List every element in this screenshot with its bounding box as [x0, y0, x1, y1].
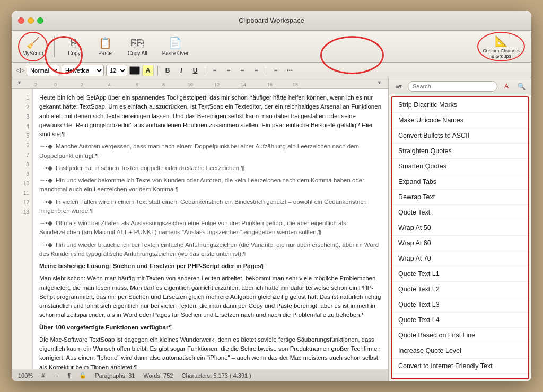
para-10: Über 100 vorgefertigte Funktionen verfüg…	[39, 323, 382, 332]
line-num-3: 3	[12, 112, 32, 122]
format-arrows[interactable]: ◁▷	[16, 67, 24, 74]
formatbar: ◁▷ Normal Helvetica 12 A B I U ≡ ≡ ≡ ≡ ≡…	[12, 63, 531, 78]
paste-label: Paste	[98, 50, 112, 56]
line-num-12: 12	[12, 198, 32, 208]
zoom-level: 100%	[18, 372, 33, 379]
bold-button[interactable]: B	[162, 65, 173, 76]
editor-area: ▼ -2 0 2 4 6 8 10 12 14 16 18 ▼ 1 2 3	[12, 78, 388, 381]
list-item[interactable]: Quote Text L1	[392, 266, 528, 282]
list-item[interactable]: Quote Text L4	[392, 313, 528, 328]
copy-all-icon: ⎘⎘	[131, 37, 144, 49]
list-item[interactable]: Quote Text	[392, 205, 528, 220]
underline-button[interactable]: U	[189, 65, 201, 76]
titlebar: Clipboard Workspace	[12, 11, 531, 31]
italic-button[interactable]: I	[176, 65, 187, 76]
characters-count: Characters: 5.173 ( 4.391 )	[181, 372, 251, 379]
line-num-4: 4	[12, 122, 32, 131]
list-item[interactable]: Quote Text L3	[392, 297, 528, 313]
custom-cleaners-label: Custom Cleaners & Groups	[480, 48, 522, 59]
para-1: Heute bin ich bei SetApp über ein spanne…	[39, 93, 382, 139]
close-button[interactable]	[18, 17, 24, 24]
custom-cleaners-icon: 📐	[495, 34, 508, 47]
ruler: ▼ -2 0 2 4 6 8 10 12 14 16 18 ▼	[12, 78, 388, 89]
search-icon-button[interactable]: A	[501, 81, 512, 92]
hash-icon: #	[41, 372, 45, 379]
fmt-sep-3	[266, 66, 266, 75]
para-7: →•◆ Hin und wieder brauche ich bei Texte…	[39, 240, 382, 259]
para-9: Man sieht schon: Wenn man häufig mit Tex…	[39, 274, 382, 319]
custom-cleaners-button[interactable]: 📐 Custom Cleaners & Groups	[477, 32, 525, 61]
toolbar: 🧹 MyScrub ⎘ Copy 📋 Paste ⎘⎘ Copy All 📄 P…	[12, 31, 531, 63]
list-item[interactable]: Make Unicode Names	[392, 113, 528, 128]
align-center-button[interactable]: ≡	[223, 65, 234, 76]
paste-icon: 📋	[99, 37, 112, 49]
maximize-button[interactable]	[37, 17, 43, 24]
copy-label: Copy	[68, 50, 80, 56]
line-num-10: 10	[12, 179, 32, 189]
list-item[interactable]: Straighten Quotes	[392, 144, 528, 159]
myscrub-label: MyScrub	[22, 50, 43, 56]
para-11: Die Mac-Software TextSoap ist dagegen ei…	[39, 335, 382, 369]
list-item[interactable]: Rewrap Text	[392, 190, 528, 205]
search-input[interactable]	[408, 81, 497, 92]
align-justify-button[interactable]: ≡	[250, 65, 262, 76]
list-item[interactable]: Wrap At 70	[392, 251, 528, 266]
para-3: →•◆ Fast jeder hat in seinen Texten dopp…	[39, 164, 382, 173]
copy-all-label: Copy All	[128, 50, 147, 56]
list-item[interactable]: Convert to Internet Friendly Text	[392, 359, 528, 374]
editor-text-area[interactable]: Heute bin ich bei SetApp über ein spanne…	[33, 89, 388, 369]
line-num-11: 11	[12, 189, 32, 198]
copy-icon: ⎘	[71, 37, 77, 49]
lock-icon: 🔒	[79, 372, 86, 379]
line-num-1: 1	[12, 93, 32, 103]
list-item[interactable]: Smarten Quotes	[392, 159, 528, 174]
editor-scroll[interactable]: 1 2 3 4 5 6 7 8 9 10 11 12 13 Heute bin …	[12, 89, 388, 369]
list-item[interactable]: Expand Tabs	[392, 174, 528, 190]
line-numbers: 1 2 3 4 5 6 7 8 9 10 11 12 13	[12, 89, 33, 369]
copy-button[interactable]: ⎘ Copy	[61, 35, 87, 58]
para-2: →•◆ Manche Autoren vergessen, dass man n…	[39, 142, 382, 161]
align-right-button[interactable]: ≡	[237, 65, 248, 76]
arrow-icon: →	[53, 372, 59, 379]
list-item[interactable]: Quote Text L2	[392, 282, 528, 297]
size-select[interactable]: 12	[106, 65, 127, 76]
toolbar-separator-1	[54, 36, 55, 57]
main-content: ▼ -2 0 2 4 6 8 10 12 14 16 18 ▼ 1 2 3	[12, 78, 531, 381]
line-num-2: 2	[12, 103, 32, 112]
line-num-8: 8	[12, 160, 32, 170]
highlight-button[interactable]: A	[142, 65, 154, 76]
list-item[interactable]: Wrap At 50	[392, 220, 528, 236]
list-button[interactable]: ≡	[270, 65, 282, 76]
line-num-7: 7	[12, 150, 32, 160]
list-item[interactable]: Quote Based on First Line	[392, 328, 528, 343]
para-6: →•◆ Oftmals wird bei Zitaten als Auslass…	[39, 219, 382, 237]
paste-button[interactable]: 📋 Paste	[92, 34, 118, 58]
main-window: Clipboard Workspace 🧹 MyScrub ⎘ Copy 📋 P…	[12, 11, 531, 381]
copy-all-button[interactable]: ⎘⎘ Copy All	[122, 35, 153, 58]
list-item[interactable]: Strip Diacritic Marks	[392, 97, 528, 113]
myscrub-icon: 🧹	[27, 37, 40, 49]
list-item[interactable]: Convert Bullets to ASCII	[392, 128, 528, 144]
list-item[interactable]: Remove All High Ascii Characters	[392, 374, 528, 379]
words-count: Words: 752	[143, 372, 173, 379]
line-num-13: 13	[12, 208, 32, 217]
para-8: Meine bisherige Lösung: Suchen und Erset…	[39, 262, 382, 271]
color-swatch[interactable]	[129, 66, 140, 75]
list-item[interactable]: Wrap At 60	[392, 236, 528, 251]
myscrub-button[interactable]: 🧹 MyScrub	[18, 32, 48, 61]
line-num-9: 9	[12, 170, 32, 179]
list-item[interactable]: Increase Quote Level	[392, 343, 528, 359]
panel-menu-button[interactable]: ≡▾	[393, 81, 405, 92]
window-title: Clipboard Workspace	[239, 16, 304, 24]
fmt-sep-1	[157, 66, 158, 75]
more-button[interactable]: ⋯	[284, 65, 295, 76]
para-5: →•◆ In vielen Fällen wird in einem Text …	[39, 198, 382, 216]
font-select[interactable]: Helvetica	[62, 65, 104, 76]
panel-header: ≡▾ A 🔍	[389, 78, 531, 94]
align-left-button[interactable]: ≡	[209, 65, 221, 76]
right-panel: ≡▾ A 🔍 Strip Diacritic Marks Make Unicod…	[388, 78, 531, 381]
style-select[interactable]: Normal	[27, 65, 59, 76]
minimize-button[interactable]	[28, 17, 34, 24]
panel-action-button[interactable]: 🔍	[515, 81, 527, 92]
paste-over-button[interactable]: 📄 Paste Over	[157, 34, 194, 58]
